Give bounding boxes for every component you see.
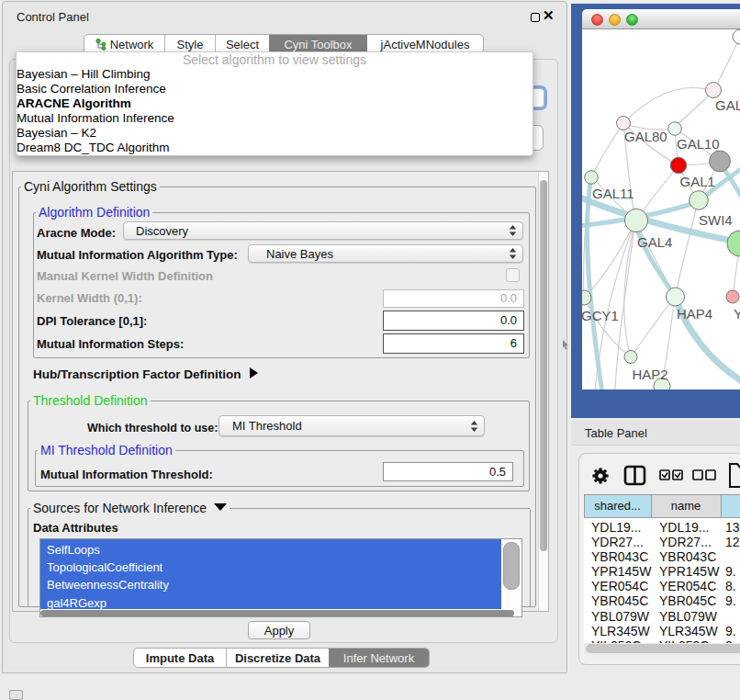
svg-text:GAL10: GAL10	[677, 136, 720, 152]
svg-text:GAL80: GAL80	[624, 129, 667, 144]
svg-text:GAL11: GAL11	[592, 186, 634, 201]
svg-text:HAP2: HAP2	[633, 367, 668, 382]
svg-text:GAL1: GAL1	[680, 174, 715, 189]
svg-text:GCY1: GCY1	[582, 308, 619, 323]
svg-text:SWI4: SWI4	[699, 212, 733, 228]
svg-text:GAL4: GAL4	[637, 234, 672, 250]
svg-text:HAP4: HAP4	[677, 306, 712, 322]
svg-text:GAL2: GAL2	[715, 97, 740, 113]
svg-text:Y: Y	[734, 306, 740, 322]
